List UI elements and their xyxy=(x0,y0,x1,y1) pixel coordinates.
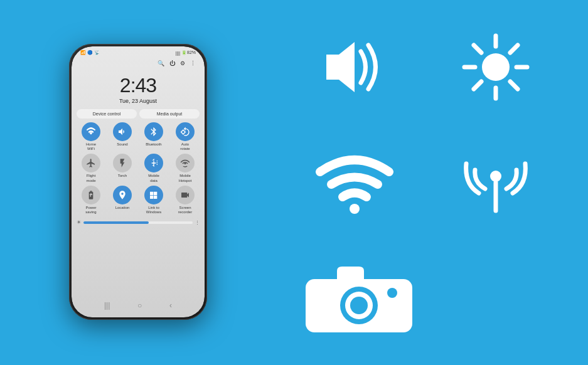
flightmode-tile-icon xyxy=(82,154,100,172)
brightness-bar: ☀ ⋮ xyxy=(77,220,200,225)
tile-linktowindows[interactable]: Link toWindows xyxy=(139,186,168,214)
camera-feature-icon xyxy=(287,243,563,352)
svg-line-5 xyxy=(474,45,481,53)
tile-location[interactable]: Location xyxy=(108,186,137,214)
svg-point-11 xyxy=(490,171,501,182)
brightness-feature-icon xyxy=(428,13,563,122)
mobiledata-tile-label: Mobiledata xyxy=(148,174,159,182)
screenrecorder-tile-icon xyxy=(176,186,195,204)
svg-point-15 xyxy=(350,297,368,314)
location-tile-label: Location xyxy=(115,206,130,210)
device-control-button[interactable]: Device control xyxy=(77,109,137,119)
powersaving-tile-icon xyxy=(82,186,100,204)
torch-tile-label: Torch xyxy=(118,174,127,178)
svg-point-0 xyxy=(482,53,510,81)
quick-tiles-grid: HomeWiFi Sound Bluetooth xyxy=(77,122,200,214)
mobiledata-tile-icon xyxy=(144,154,163,172)
nav-home-icon[interactable]: ○ xyxy=(137,301,142,310)
bluetooth-tile-icon xyxy=(144,122,163,141)
phone-screen: 📶🔵📡 ||||🔋82% 🔍 ⏻ ⚙ ⋮ 2:43 Tue, 23 xyxy=(72,46,205,317)
brightness-track[interactable] xyxy=(83,221,193,224)
sound-tile-icon xyxy=(113,122,132,141)
search-icon[interactable]: 🔍 xyxy=(158,60,164,66)
tile-powersaving[interactable]: Powersaving xyxy=(77,186,105,214)
media-output-button[interactable]: Media output xyxy=(139,109,200,119)
nav-back-icon[interactable]: ||| xyxy=(104,301,110,310)
phone-nav-bar: ||| ○ ‹ xyxy=(72,301,205,310)
location-tile-icon xyxy=(113,186,132,204)
time-display: 2:43 xyxy=(72,74,205,97)
phone-mockup: 📶🔵📡 ||||🔋82% 🔍 ⏻ ⚙ ⋮ 2:43 Tue, 23 xyxy=(19,6,257,357)
settings-icon[interactable]: ⚙ xyxy=(180,60,185,66)
tile-autorotate[interactable]: Autorotate xyxy=(171,122,200,151)
hotspot-tile-label: MobileHotspot xyxy=(179,174,192,182)
date-display: Tue, 23 August xyxy=(72,98,205,104)
tile-bluetooth[interactable]: Bluetooth xyxy=(139,122,168,151)
tile-flightmode[interactable]: Flightmode xyxy=(77,154,105,182)
signal-feature-icon xyxy=(428,128,563,237)
wifi-tile-label: HomeWiFi xyxy=(86,142,96,151)
wifi-feature-icon xyxy=(287,128,422,237)
brightness-icon: ☀ xyxy=(77,220,81,225)
quick-panel: Device control Media output HomeWiFi xyxy=(72,105,205,317)
clock-display: 2:43 Tue, 23 August xyxy=(72,68,205,105)
tile-mobiledata[interactable]: Mobiledata xyxy=(139,154,168,182)
hotspot-tile-icon xyxy=(176,154,195,172)
powersaving-tile-label: Powersaving xyxy=(85,206,96,214)
sound-tile-label: Sound xyxy=(117,142,127,147)
autorotate-tile-icon xyxy=(176,122,195,141)
linktowindows-tile-label: Link toWindows xyxy=(146,206,161,214)
quick-settings-icons: 🔍 ⏻ ⚙ ⋮ xyxy=(72,59,205,68)
nav-recent-icon[interactable]: ‹ xyxy=(169,301,172,310)
svg-point-9 xyxy=(350,204,360,214)
tile-wifi[interactable]: HomeWiFi xyxy=(77,122,105,151)
tile-torch[interactable]: Torch xyxy=(108,154,137,182)
more-options-icon[interactable]: ⋮ xyxy=(195,220,200,225)
svg-line-7 xyxy=(510,45,518,53)
tile-screenrecorder[interactable]: Screenrecorder xyxy=(171,186,200,214)
autorotate-tile-label: Autorotate xyxy=(180,142,190,151)
svg-line-8 xyxy=(474,82,481,89)
more-icon[interactable]: ⋮ xyxy=(190,60,196,66)
tile-hotspot[interactable]: MobileHotspot xyxy=(171,154,200,182)
control-buttons-row: Device control Media output xyxy=(77,109,200,119)
svg-line-6 xyxy=(510,82,518,89)
tile-sound[interactable]: Sound xyxy=(108,122,137,151)
bluetooth-tile-label: Bluetooth xyxy=(146,142,161,147)
sound-feature-icon xyxy=(287,13,422,122)
flightmode-tile-label: Flightmode xyxy=(86,174,95,182)
brightness-fill xyxy=(83,221,149,224)
power-icon[interactable]: ⏻ xyxy=(169,60,175,66)
torch-tile-icon xyxy=(113,154,132,172)
wifi-tile-icon xyxy=(82,122,100,141)
feature-icons-area xyxy=(262,0,575,365)
linktowindows-tile-icon xyxy=(144,186,163,204)
svg-point-16 xyxy=(387,288,397,298)
status-bar: 📶🔵📡 ||||🔋82% xyxy=(72,46,205,59)
screenrecorder-tile-label: Screenrecorder xyxy=(178,206,192,214)
